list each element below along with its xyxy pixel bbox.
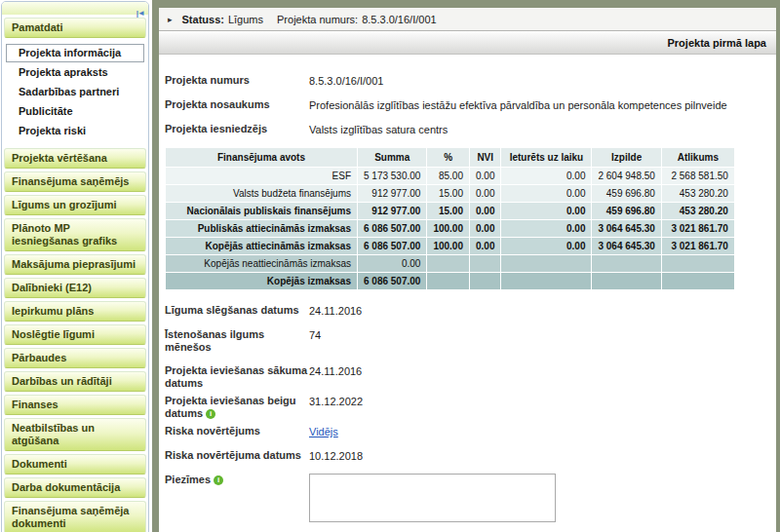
risk-assessment-link[interactable]: Vidējs [309,425,338,438]
sidebar-submenu: Projekta informācijaProjekta aprakstsSad… [2,41,148,145]
field-value-projekta-iesniedzejs: Valsts izglītības satura centrs [309,123,448,136]
form-row: Projekta nosaukums Profesionālās izglītī… [165,98,766,112]
status-value: Līgums [228,14,263,25]
field-label-piezimes: Piezīmesi [165,474,309,522]
form-row: Līguma slēgšanas datums 24.11.2016 [165,304,766,318]
table-cell: Publiskās attiecināmās izmaksas [166,220,357,237]
sidebar-subitem[interactable]: Projekta riski [6,122,144,140]
financing-table: Finansējuma avotsSumma%NVIIeturēts uz la… [165,147,735,290]
table-cell: 0.00 [470,203,500,219]
table-cell: 912 977.00 [358,203,426,219]
table-cell [501,273,591,289]
notes-textarea[interactable] [309,474,556,522]
table-header-cell: Finansējuma avots [166,148,357,167]
sidebar-item[interactable]: Plānoto MP iesniegšanas grafiks [4,218,146,251]
table-cell [470,273,500,289]
field-label-projekta-nosaukums: Projekta nosaukums [165,98,309,112]
form-row: Projekta ieviešanas beigu datumsi 31.12.… [165,395,766,420]
table-cell: 15.00 [427,185,469,202]
table-header-row: Finansējuma avotsSumma%NVIIeturēts uz la… [166,148,734,167]
sidebar-subitem[interactable]: Projekta apraksts [6,63,144,82]
table-row: ESF5 173 530.0085.000.000.002 604 948.50… [166,168,734,184]
table-cell: 0.00 [501,238,591,254]
table-cell: 3 021 861.70 [662,220,734,237]
expand-arrow-icon[interactable]: ▸ [168,15,173,24]
table-header-cell: NVI [470,148,500,167]
sidebar-item[interactable]: Finansējuma saņēmējs [4,171,146,192]
table-cell [662,273,734,289]
sidebar-item[interactable]: Finansējuma saņēmēja dokumenti [4,501,146,532]
sidebar-item[interactable]: Dalībnieki (E12) [4,278,146,298]
sidebar-item[interactable]: Iepirkumu plāns [4,301,146,322]
table-cell [470,255,500,272]
table-cell: 3 064 645.30 [592,220,660,237]
sidebar-subitem-selected[interactable]: Projekta informācija [6,44,144,62]
table-header-cell: % [427,148,469,167]
table-cell [427,273,469,289]
field-label-riska-novertejums: Riska novērtējums [165,425,309,438]
table-cell: 100.00 [427,220,469,237]
form-content: Projekta numurs 8.5.3.0/16/I/001 Projekt… [159,55,776,532]
table-cell: Valsts budžeta finansējums [166,185,357,202]
form-row: Riska novērtējums Vidējs [165,425,766,438]
table-cell: 6 086 507.00 [358,238,426,254]
table-cell: 3 021 861.70 [662,238,734,254]
sidebar-item[interactable]: Darbības un rādītāji [4,371,146,392]
table-cell: Kopējās izmaksas [166,273,357,289]
sidebar-item[interactable]: Projekta vērtēšana [4,148,146,169]
field-label-riska-datums: Riska novērtējuma datums [165,449,309,463]
sidebar-item[interactable]: Darba dokumentācija [4,477,146,498]
sidebar-collapse-bar[interactable]: |◄ [2,2,148,15]
table-cell: 453 280.20 [662,185,734,202]
field-value-beigu-datums: 31.12.2022 [309,395,363,420]
page: |◄ Pamatdati Projekta informācijaProjekt… [0,0,780,532]
sidebar-subitem[interactable]: Publicitāte [6,102,144,121]
table-cell: Nacionālais publiskais finansējums [166,203,357,219]
field-label-liguma-datums: Līguma slēgšanas datums [165,304,309,318]
table-cell [501,255,591,272]
table-cell: 0.00 [501,185,591,202]
form-row: Piezīmesi [165,474,766,522]
sidebar-item[interactable]: Dokumenti [4,454,146,475]
table-cell: 0.00 [470,185,500,202]
table-row: Valsts budžeta finansējums912 977.0015.0… [166,185,734,202]
table-cell: 0.00 [358,255,426,272]
field-label-projekta-numurs: Projekta numurs [165,74,309,88]
table-cell: 85.00 [427,168,469,184]
table-header-cell: Summa [358,148,426,167]
sidebar-item[interactable]: Finanses [4,395,146,415]
field-value-ilgums: 74 [309,328,321,354]
form-row: Īstenošanas ilgums mēnešos 74 [165,328,766,354]
table-cell: 0.00 [470,168,500,184]
project-number-value: 8.5.3.0/16/I/001 [362,14,436,25]
info-icon[interactable]: i [206,409,215,419]
table-cell: 0.00 [501,203,591,219]
table-cell: ESF [166,168,357,184]
status-label: Statuss: [182,14,224,25]
form-row: Projekta ieviešanas sākuma datums 24.11.… [165,364,766,390]
sidebar-item[interactable]: Līgums un grozījumi [4,195,146,215]
sidebar-item[interactable]: Maksājuma pieprasījumi [4,254,146,275]
table-cell: 459 696.80 [592,185,660,202]
sidebar-subitem[interactable]: Sadarbības partneri [6,83,144,101]
sidebar-item[interactable]: Pārbaudes [4,348,146,368]
sidebar-item[interactable]: Neatbilstības un atgūšana [4,418,146,451]
sidebar-items: Projekta vērtēšanaFinansējuma saņēmējsLī… [2,148,148,532]
table-cell: 912 977.00 [358,185,426,202]
form-row: Riska novērtējuma datums 10.12.2018 [165,449,766,463]
table-cell [592,273,660,289]
table-row: Kopējās neattiecināmās izmaksas0.00 [166,255,734,272]
main-area: ▸ Statuss: Līgums Projekta numurs: 8.5.3… [152,0,780,532]
collapse-left-icon[interactable]: |◄ [136,9,144,18]
table-cell [662,255,734,272]
sidebar-panel: |◄ Pamatdati Projekta informācijaProjekt… [1,1,149,532]
table-cell: 459 696.80 [592,203,660,219]
sidebar-item[interactable]: Noslēgtie līgumi [4,324,146,345]
table-row: Publiskās attiecināmās izmaksas6 086 507… [166,220,734,237]
table-row: Nacionālais publiskais finansējums912 97… [166,203,734,219]
info-icon[interactable]: i [214,475,223,485]
table-cell: 0.00 [470,238,500,254]
table-cell: 2 568 581.50 [662,168,734,184]
field-label-beigu-datums: Projekta ieviešanas beigu datumsi [165,395,309,420]
sidebar-item-pamatdati[interactable]: Pamatdati [4,18,146,38]
